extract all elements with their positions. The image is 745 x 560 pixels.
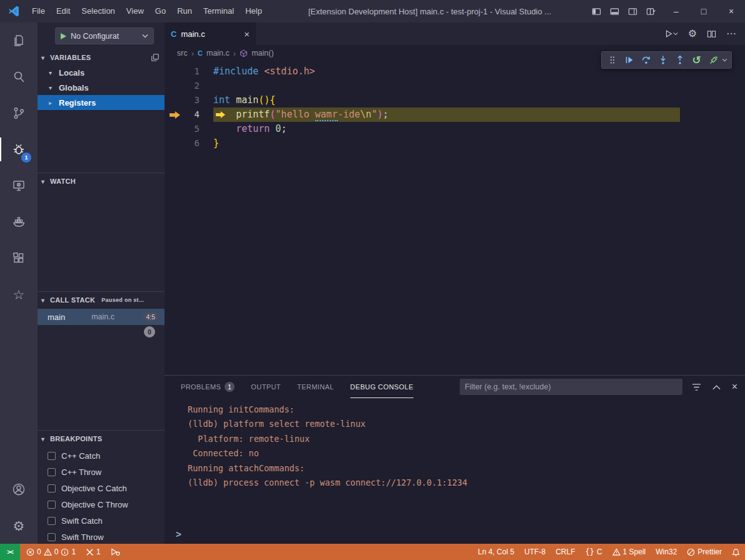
- breakpoints-section-header[interactable]: ▾ BREAKPOINTS: [38, 431, 165, 446]
- menu-file[interactable]: File: [26, 0, 51, 22]
- filter-lines-icon[interactable]: [692, 383, 701, 391]
- breakpoint-checkbox[interactable]: [48, 517, 56, 525]
- notifications-bell[interactable]: [727, 544, 745, 560]
- sidebar-item-docker[interactable]: [0, 204, 38, 240]
- breakpoint-checkbox[interactable]: [48, 468, 56, 476]
- cursor-position[interactable]: Ln 4, Col 5: [473, 544, 519, 560]
- step-into-button[interactable]: [654, 52, 671, 68]
- disconnect-button[interactable]: [705, 52, 722, 68]
- minimize-button[interactable]: –: [662, 0, 690, 22]
- restart-button[interactable]: ↺: [688, 52, 705, 68]
- menu-go[interactable]: Go: [150, 0, 171, 22]
- more-actions-icon[interactable]: ⋯: [726, 29, 736, 39]
- code-line[interactable]: 4 printf("hello wamr-ide\n");: [165, 108, 745, 122]
- maximize-button[interactable]: □: [690, 0, 717, 22]
- code-line[interactable]: 3int main(){: [165, 93, 745, 108]
- gutter-glyph-margin[interactable]: [165, 136, 183, 151]
- close-button[interactable]: ×: [717, 0, 745, 22]
- code-line[interactable]: 2: [165, 79, 745, 93]
- watch-section-header[interactable]: ▾ WATCH: [38, 174, 165, 189]
- toggle-sidebar-icon[interactable]: [592, 7, 601, 16]
- eol-indicator[interactable]: CRLF: [550, 544, 580, 560]
- panel-tab-problems[interactable]: PROBLEMS1: [181, 376, 235, 398]
- breakpoint-checkbox[interactable]: [48, 501, 56, 509]
- symbol-method-icon: [240, 49, 248, 58]
- code-line[interactable]: 5 return 0;: [165, 122, 745, 136]
- gutter-glyph-margin[interactable]: [165, 108, 183, 122]
- breakpoint-item[interactable]: Swift Throw: [38, 529, 165, 544]
- menu-terminal[interactable]: Terminal: [198, 0, 240, 22]
- breakpoint-checkbox[interactable]: [48, 452, 56, 460]
- code-editor[interactable]: 1#include <stdio.h>23int main(){4 printf…: [165, 61, 745, 375]
- menu-view[interactable]: View: [121, 0, 150, 22]
- breakpoint-checkbox[interactable]: [48, 484, 56, 492]
- settings-button[interactable]: ⚙: [0, 508, 38, 544]
- sidebar-item-source-control[interactable]: [0, 95, 38, 131]
- breakpoint-checkbox[interactable]: [48, 533, 56, 541]
- remote-indicator[interactable]: ><: [0, 544, 20, 560]
- step-over-button[interactable]: [637, 52, 654, 68]
- toggle-secondary-sidebar-icon[interactable]: [628, 7, 637, 16]
- variables-actions-icon[interactable]: [151, 53, 160, 62]
- gear-icon[interactable]: ⚙: [688, 29, 697, 39]
- debug-status[interactable]: [106, 544, 125, 560]
- debug-session-dropdown[interactable]: [722, 58, 729, 62]
- panel-tab-output[interactable]: OUTPUT: [251, 376, 281, 398]
- chevron-up-icon[interactable]: [712, 384, 721, 390]
- sidebar-item-search[interactable]: [0, 59, 38, 95]
- variables-section-header[interactable]: ▾ VARIABLES: [38, 50, 165, 65]
- menu-selection[interactable]: Selection: [76, 0, 120, 22]
- toolbar-drag-handle[interactable]: [604, 52, 621, 68]
- tab-close-icon[interactable]: ×: [244, 29, 250, 39]
- breakpoint-item[interactable]: C++ Throw: [38, 464, 165, 480]
- console-filter-input[interactable]: [460, 379, 682, 395]
- sidebar-item-favorites[interactable]: ☆: [0, 276, 38, 312]
- gutter-glyph-margin[interactable]: [165, 64, 183, 79]
- language-mode[interactable]: {} C: [580, 544, 607, 560]
- gutter-glyph-margin[interactable]: [165, 93, 183, 108]
- breakpoint-item[interactable]: Objective C Catch: [38, 480, 165, 496]
- split-editor-icon[interactable]: [707, 29, 716, 39]
- variables-item-locals[interactable]: ▾Locals: [38, 65, 165, 80]
- sidebar-item-extensions[interactable]: [0, 240, 38, 276]
- variables-item-registers[interactable]: ▸Registers: [38, 95, 165, 110]
- call-stack-frame[interactable]: main main.c 4:5: [38, 309, 165, 325]
- sidebar-item-explorer[interactable]: [0, 22, 38, 59]
- encoding-indicator[interactable]: UTF-8: [519, 544, 550, 560]
- breadcrumb-file[interactable]: main.c: [206, 49, 230, 58]
- spell-checker-status[interactable]: 1 Spell: [607, 544, 651, 560]
- breadcrumb-folder[interactable]: src: [177, 49, 188, 58]
- run-or-debug-button[interactable]: [664, 29, 678, 38]
- formatter-status[interactable]: Prettier: [682, 544, 727, 560]
- panel-tab-terminal[interactable]: TERMINAL: [297, 376, 334, 398]
- call-stack-section-header[interactable]: ▾ CALL STACK Paused on st...: [38, 292, 165, 308]
- panel-tab-debug-console[interactable]: DEBUG CONSOLE: [350, 376, 413, 398]
- breadcrumb-symbol[interactable]: main(): [251, 49, 273, 58]
- variables-item-globals[interactable]: ▾Globals: [38, 80, 165, 95]
- close-panel-icon[interactable]: ×: [732, 381, 737, 392]
- tab-main-c[interactable]: C main.c ×: [165, 22, 256, 45]
- sidebar-item-run-and-debug[interactable]: 1: [0, 131, 38, 168]
- gutter-glyph-margin[interactable]: [165, 79, 183, 93]
- customize-layout-icon[interactable]: [646, 7, 656, 16]
- sidebar-item-remote-explorer[interactable]: [0, 168, 38, 204]
- chevron-down-icon: ▾: [41, 436, 50, 442]
- step-out-button[interactable]: [671, 52, 688, 68]
- start-debug-icon[interactable]: [61, 33, 66, 39]
- breakpoint-item[interactable]: Objective C Throw: [38, 496, 165, 512]
- console-input-prompt[interactable]: >: [176, 529, 181, 540]
- accounts-button[interactable]: [0, 471, 38, 508]
- tasks-status[interactable]: 1: [81, 544, 106, 560]
- debug-configuration-dropdown[interactable]: No Configurat: [55, 28, 154, 44]
- platform-indicator[interactable]: Win32: [651, 544, 682, 560]
- breakpoint-item[interactable]: C++ Catch: [38, 448, 165, 464]
- toggle-panel-icon[interactable]: [610, 7, 619, 16]
- gutter-glyph-margin[interactable]: [165, 122, 183, 136]
- breakpoint-item[interactable]: Swift Catch: [38, 512, 165, 529]
- menu-run[interactable]: Run: [171, 0, 198, 22]
- menu-edit[interactable]: Edit: [51, 0, 76, 22]
- problems-status[interactable]: 0 0 1: [21, 544, 81, 560]
- menu-help[interactable]: Help: [240, 0, 268, 22]
- continue-button[interactable]: [621, 52, 637, 68]
- code-line[interactable]: 6}: [165, 136, 745, 151]
